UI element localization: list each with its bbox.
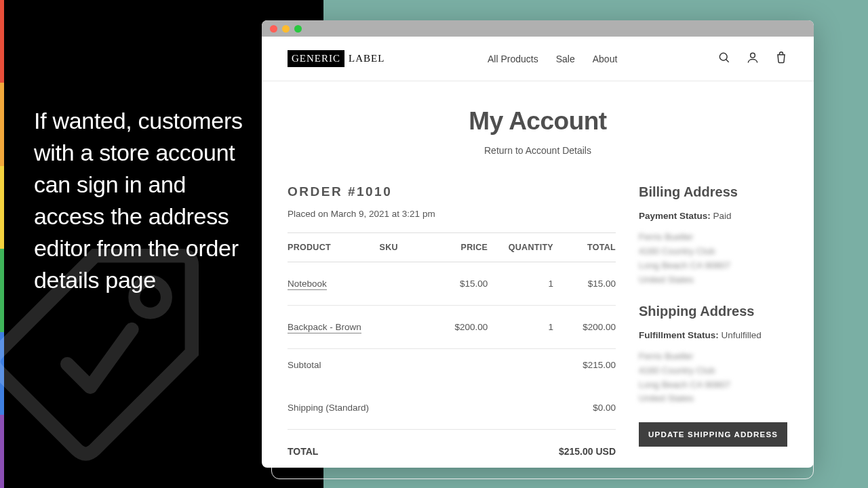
billing-address-redacted: Ferris Bueller4160 Country ClubLong Beac… <box>639 230 788 287</box>
payment-status: Payment Status: Paid <box>639 211 788 221</box>
subtotal-row: Subtotal $215.00 <box>288 349 616 387</box>
svg-line-2 <box>726 59 729 62</box>
window-titlebar <box>262 20 814 37</box>
nav-all-products[interactable]: All Products <box>488 54 538 64</box>
col-quantity: QUANTITY <box>488 233 553 262</box>
fulfillment-status: Fulfillment Status: Unfulfilled <box>639 330 788 340</box>
logo-left: GENERIC <box>288 50 344 67</box>
nav-about[interactable]: About <box>593 54 618 64</box>
col-total: TOTAL <box>553 233 616 262</box>
nav-sale[interactable]: Sale <box>556 54 575 64</box>
maximize-icon[interactable] <box>294 25 302 33</box>
shipping-address-redacted: Ferris Bueller4160 Country ClubLong Beac… <box>639 350 788 407</box>
page-title: My Account <box>262 107 814 136</box>
search-icon[interactable] <box>717 51 731 67</box>
return-link[interactable]: Return to Account Details <box>262 145 814 156</box>
promo-description: If wanted, customers with a store accoun… <box>34 105 258 296</box>
svg-point-3 <box>751 53 755 58</box>
shipping-title: Shipping Address <box>639 304 788 319</box>
update-shipping-button[interactable]: UPDATE SHIPPING ADDRESS <box>639 422 787 447</box>
product-link[interactable]: Backpack - Brown <box>288 322 361 333</box>
browser-window: GENERIC LABEL All Products Sale About My… <box>262 20 814 468</box>
close-icon[interactable] <box>270 25 277 33</box>
shipping-row: Shipping (Standard) $0.00 <box>288 386 616 430</box>
minimize-icon[interactable] <box>282 25 290 33</box>
cart-icon[interactable] <box>774 51 788 67</box>
account-icon[interactable] <box>746 51 760 67</box>
order-table: PRODUCT SKU PRICE QUANTITY TOTAL Noteboo… <box>288 232 616 468</box>
svg-point-1 <box>719 53 727 60</box>
store-logo[interactable]: GENERIC LABEL <box>288 50 387 67</box>
table-row: Backpack - Brown $200.00 1 $200.00 <box>288 306 616 349</box>
product-link[interactable]: Notebook <box>288 279 327 290</box>
col-sku: SKU <box>380 233 426 262</box>
billing-title: Billing Address <box>639 184 788 200</box>
col-product: PRODUCT <box>288 233 380 262</box>
logo-right: LABEL <box>344 50 387 67</box>
table-row: Notebook $15.00 1 $15.00 <box>288 262 616 306</box>
order-heading: ORDER #1010 <box>288 184 616 199</box>
total-row: TOTAL $215.00 USD <box>288 430 616 468</box>
col-price: PRICE <box>425 233 488 262</box>
order-placed-date: Placed on March 9, 2021 at 3:21 pm <box>288 209 616 219</box>
